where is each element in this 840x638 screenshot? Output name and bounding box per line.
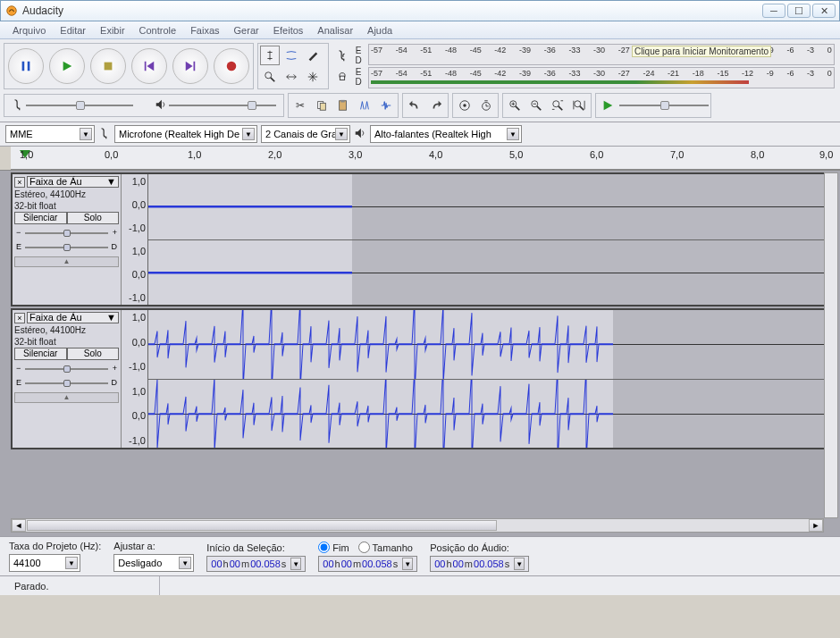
svg-point-27 [575,101,581,107]
menu-ajuda[interactable]: Ajuda [360,21,399,38]
track-collapse-button[interactable]: ▲ [14,256,119,267]
recording-channels-combo[interactable]: 2 Canais de Gra▼ [261,125,350,143]
svg-point-0 [7,6,17,16]
mute-button[interactable]: Silenciar [14,348,67,360]
menu-faixas[interactable]: Faixas [183,21,226,38]
menu-arquivo[interactable]: Arquivo [5,21,53,38]
fit-project-icon[interactable] [569,96,589,115]
status-bar: Parado. [0,575,840,595]
playback-speed-slider[interactable] [619,100,709,111]
track-menu-dropdown[interactable]: Faixa de Áu▼ [27,176,119,188]
horizontal-scrollbar[interactable]: ◄► [11,518,824,533]
svg-rect-8 [194,62,196,71]
maximize-button[interactable]: ☐ [787,4,811,18]
menu-exibir[interactable]: Exibir [93,21,132,38]
play-at-speed-icon[interactable] [598,96,617,115]
rec-meter-icon[interactable] [332,46,352,65]
svg-point-19 [463,104,466,107]
track-close-button[interactable]: × [14,313,25,323]
timeline-ruler[interactable]: 1,0 0,0 1,0 2,0 3,0 4,0 5,0 6,0 7,0 8,0 … [11,147,840,170]
waveform-left-channel[interactable] [148,174,836,240]
recording-volume-slider[interactable] [26,100,133,111]
menu-analisar[interactable]: Analisar [310,21,360,38]
multi-tool-icon[interactable] [303,67,323,87]
zoom-in-icon[interactable] [505,96,525,115]
selection-end-time[interactable]: 00h 00m 00.058s ▼ [318,556,417,572]
track-collapse-button[interactable]: ▲ [14,392,119,403]
track-menu-dropdown[interactable]: Faixa de Áu▼ [27,312,119,323]
recording-device-combo[interactable]: Microfone (Realtek High De▼ [114,125,257,143]
silence-icon[interactable] [376,96,396,115]
menu-efeitos[interactable]: Efeitos [266,21,311,38]
svg-marker-3 [63,62,72,71]
end-radio[interactable]: Fim [318,541,349,553]
track-format-label: Estéreo, 44100Hz [14,324,119,336]
selection-start-time[interactable]: 00h 00m 00.058s ▼ [206,556,306,572]
amplitude-scale: 1,00,0-1,0 1,00,0-1,0 [122,174,148,305]
speaker-icon [354,127,366,141]
playback-meter[interactable]: -57-54-51-48-45-42-39-36-33-30-27-24-21-… [368,67,835,88]
track-depth-label: 32-bit float [14,336,119,348]
gain-slider[interactable]: −+ [14,364,119,374]
playback-device-combo[interactable]: Alto-falantes (Realtek High▼ [370,125,522,143]
pan-slider[interactable]: ED [14,378,119,389]
project-rate-combo[interactable]: 44100▼ [9,554,80,572]
recording-meter[interactable]: -57-54-51-48-45-42-39-36-33-30-27-24-21-… [368,44,835,65]
sync-lock-icon[interactable] [455,96,475,115]
vertical-scrollbar[interactable] [824,172,838,518]
status-text: Parado. [7,576,159,595]
menu-controle[interactable]: Controle [132,21,184,38]
svg-marker-30 [356,129,361,139]
track-close-button[interactable]: × [14,177,25,188]
svg-marker-6 [147,62,154,71]
minimize-button[interactable]: ─ [762,4,785,18]
waveform-right-channel[interactable] [148,380,836,449]
transport-toolbar [4,43,254,89]
close-button[interactable]: ✕ [812,4,836,18]
clock-icon[interactable] [476,96,496,115]
svg-line-11 [271,78,274,81]
mute-button[interactable]: Silenciar [14,212,67,224]
gain-slider[interactable]: −+ [14,228,119,239]
svg-line-22 [516,106,519,110]
draw-tool-icon[interactable] [303,46,323,65]
audio-position-time[interactable]: 00h 00m 00.058s ▼ [430,556,529,572]
play-meter-icon[interactable] [332,67,352,87]
envelope-tool-icon[interactable] [281,46,301,65]
pan-slider[interactable]: ED [14,242,119,253]
audio-host-combo[interactable]: MME▼ [5,125,95,143]
record-button[interactable] [214,48,249,84]
paste-icon[interactable] [333,96,353,115]
play-button[interactable] [49,48,85,84]
menu-editar[interactable]: Editar [53,21,93,38]
fit-selection-icon[interactable] [548,96,567,115]
snap-to-combo[interactable]: Desligado▼ [113,554,194,572]
svg-point-10 [265,72,272,79]
pause-button[interactable] [8,48,44,84]
trim-icon[interactable] [355,96,374,115]
length-radio[interactable]: Tamanho [358,541,413,553]
cut-icon[interactable]: ✂ [290,96,310,115]
stop-button[interactable] [90,48,126,84]
copy-icon[interactable] [312,96,332,115]
zoom-out-icon[interactable] [526,96,546,115]
solo-button[interactable]: Solo [67,348,120,360]
skip-start-button[interactable] [131,48,167,84]
solo-button[interactable]: Solo [67,212,120,224]
waveform-left-channel[interactable] [148,310,836,380]
menu-gerar[interactable]: Gerar [227,21,266,38]
selection-tool-icon[interactable] [260,46,280,65]
selection-toolbar: Taxa do Projeto (Hz): 44100▼ Ajustar a: … [0,536,840,575]
skip-end-button[interactable] [172,48,208,84]
undo-icon[interactable] [405,96,424,115]
waveform-right-channel[interactable] [148,240,836,306]
track-area: × Faixa de Áu▼ Estéreo, 44100Hz 32-bit f… [0,170,840,536]
playback-volume-slider[interactable] [169,100,276,111]
redo-icon[interactable] [426,96,446,115]
play-meter-e-label: E [354,67,363,77]
timeshift-tool-icon[interactable] [281,67,301,87]
svg-line-24 [537,106,541,110]
zoom-tool-icon[interactable] [260,67,280,87]
app-icon [4,4,19,18]
svg-point-25 [553,101,559,107]
